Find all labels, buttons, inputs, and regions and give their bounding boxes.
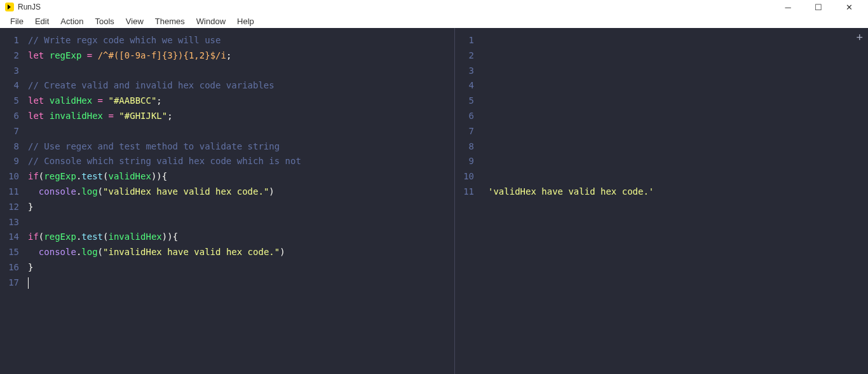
window-title: RunJS [18, 3, 41, 11]
output-line-number: 10 [455, 169, 483, 184]
code-line[interactable]: console.log("invalidHex have valid hex c… [28, 245, 454, 260]
line-number: 1 [0, 33, 28, 48]
line-number: 9 [0, 154, 28, 169]
code-line[interactable]: if(regExp.test(validHex)){ [28, 169, 454, 184]
output-line-number: 11 [455, 184, 483, 200]
output-content: 'validHex have valid hex code.' [483, 28, 868, 374]
line-number: 2 [0, 48, 28, 64]
output-line [488, 94, 868, 109]
line-gutter: 1234567891011121314151617 [0, 28, 28, 374]
line-number: 4 [0, 78, 28, 94]
window-controls: ─ ☐ ✕ [779, 3, 863, 12]
line-number: 14 [0, 230, 28, 245]
line-number: 12 [0, 200, 28, 215]
maximize-button[interactable]: ☐ [810, 3, 827, 12]
editor-area: ⁞ 1234567891011121314151617 // Write reg… [0, 28, 868, 374]
output-pane: + 1234567891011 'validHex have valid hex… [454, 28, 868, 374]
code-line[interactable] [28, 64, 454, 79]
add-tab-button[interactable]: + [856, 32, 863, 43]
line-number: 7 [0, 124, 28, 139]
menu-file[interactable]: File [5, 15, 29, 27]
output-line: 'validHex have valid hex code.' [488, 184, 868, 200]
output-line-number: 1 [455, 33, 483, 48]
output-line-gutter: 1234567891011 [455, 28, 483, 374]
code-pane[interactable]: 1234567891011121314151617 // Write regx … [0, 28, 454, 374]
output-line [488, 124, 868, 139]
line-number: 16 [0, 260, 28, 275]
line-number: 15 [0, 245, 28, 260]
line-number: 8 [0, 139, 28, 155]
output-line [488, 109, 868, 124]
menu-window[interactable]: Window [191, 15, 231, 27]
line-number: 6 [0, 109, 28, 124]
menu-action[interactable]: Action [55, 15, 88, 27]
code-line[interactable]: if(regExp.test(invalidHex)){ [28, 230, 454, 245]
menu-tools[interactable]: Tools [90, 15, 119, 27]
output-line [488, 139, 868, 155]
output-line [488, 169, 868, 184]
output-line-number: 3 [455, 64, 483, 79]
output-line-number: 9 [455, 154, 483, 169]
code-line[interactable]: // Create valid and invalid hex code var… [28, 78, 454, 94]
output-line [488, 78, 868, 94]
output-line-number: 5 [455, 94, 483, 109]
menu-help[interactable]: Help [232, 15, 259, 27]
output-line-number: 2 [455, 48, 483, 64]
code-line[interactable] [28, 124, 454, 139]
output-line [488, 154, 868, 169]
output-line [488, 48, 868, 64]
line-number: 3 [0, 64, 28, 79]
line-number: 10 [0, 169, 28, 184]
output-line-number: 6 [455, 109, 483, 124]
code-content[interactable]: // Write regx code which we will uselet … [28, 28, 454, 374]
code-line[interactable]: // Console which string valid hex code w… [28, 154, 454, 169]
close-button[interactable]: ✕ [840, 3, 858, 12]
code-line[interactable]: let invalidHex = "#GHIJKL"; [28, 109, 454, 124]
titlebar: RunJS ─ ☐ ✕ [0, 0, 868, 14]
menu-themes[interactable]: Themes [150, 15, 190, 27]
code-line[interactable]: let validHex = "#AABBCC"; [28, 94, 454, 109]
output-line-number: 7 [455, 124, 483, 139]
output-line-number: 4 [455, 78, 483, 94]
line-number: 13 [0, 215, 28, 230]
code-line[interactable] [28, 275, 454, 291]
code-line[interactable]: // Write regx code which we will use [28, 33, 454, 48]
line-number: 17 [0, 275, 28, 291]
output-line [488, 64, 868, 79]
code-line[interactable] [28, 215, 454, 230]
output-line [488, 33, 868, 48]
output-line-number: 8 [455, 139, 483, 155]
minimize-button[interactable]: ─ [779, 3, 797, 12]
menu-view[interactable]: View [121, 15, 149, 27]
code-line[interactable]: let regExp = /^#([0-9a-f]{3}){1,2}$/i; [28, 48, 454, 64]
code-line[interactable]: } [28, 200, 454, 215]
code-line[interactable]: } [28, 260, 454, 275]
line-number: 5 [0, 94, 28, 109]
line-number: 11 [0, 184, 28, 200]
code-line[interactable]: // Use regex and test method to validate… [28, 139, 454, 155]
app-icon [5, 3, 14, 11]
menubar: File Edit Action Tools View Themes Windo… [0, 14, 868, 28]
menu-edit[interactable]: Edit [30, 15, 54, 27]
code-line[interactable]: console.log("validHex have valid hex cod… [28, 184, 454, 200]
